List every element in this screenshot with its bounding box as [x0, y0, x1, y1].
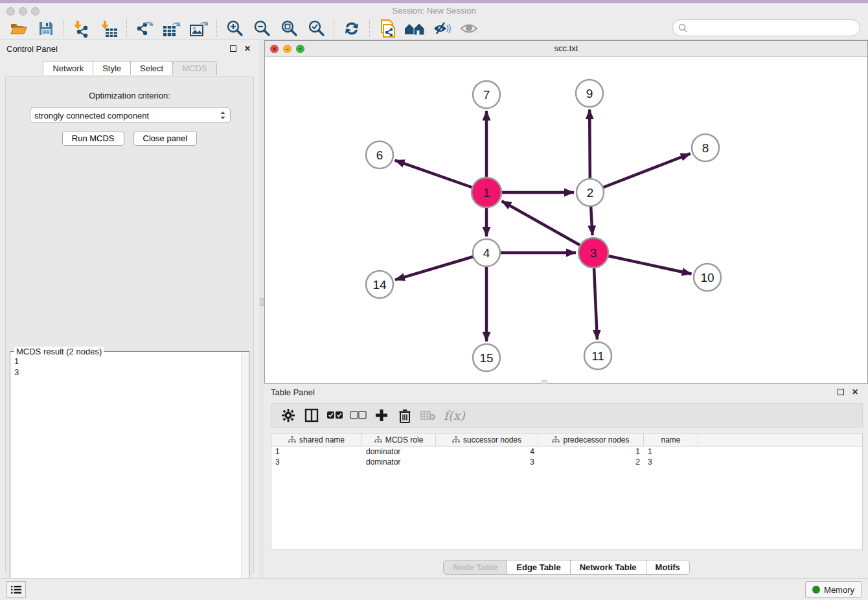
export-table-button[interactable] — [161, 19, 183, 38]
import-table-button[interactable] — [98, 19, 120, 38]
table-cell[interactable]: 2 — [538, 457, 644, 467]
criterion-dropdown-value: strongly connected component — [34, 111, 220, 121]
graph-node-7[interactable]: 7 — [473, 81, 500, 108]
add-column-button[interactable] — [370, 406, 393, 425]
toolbar-separator — [126, 20, 127, 37]
function-builder-button: f(x) — [444, 408, 465, 422]
table-cell[interactable]: 1 — [644, 446, 698, 457]
import-network-button[interactable] — [71, 19, 93, 38]
table-cell[interactable]: dominator — [362, 457, 436, 467]
network-window-titlebar[interactable]: ✕ − + scc.txt — [265, 41, 867, 57]
column-settings-button[interactable] — [277, 406, 300, 425]
eye-slash-icon — [432, 21, 451, 36]
split-view-button[interactable] — [300, 406, 323, 425]
table-cell[interactable]: dominator — [362, 446, 436, 457]
graph-node-6[interactable]: 6 — [366, 141, 393, 168]
zoom-in-icon — [225, 19, 244, 38]
close-panel-icon[interactable]: ✕ — [242, 43, 253, 54]
node-label: 4 — [483, 246, 490, 260]
open-file-button[interactable] — [8, 19, 30, 38]
column-header-MCDS-role[interactable]: MCDS role — [362, 433, 436, 446]
table-row[interactable]: 1dominator411 — [271, 446, 862, 457]
table-cell[interactable]: 1 — [271, 446, 362, 457]
table-cell[interactable]: 1 — [538, 446, 644, 457]
node-label: 10 — [700, 271, 714, 284]
refresh-button[interactable] — [341, 19, 363, 38]
node-label: 3 — [590, 246, 597, 260]
float-panel-icon[interactable] — [228, 43, 238, 54]
export-image-button[interactable] — [188, 19, 210, 38]
graph-node-2[interactable]: 2 — [577, 179, 604, 206]
close-panel-button[interactable]: Close panel — [133, 131, 198, 146]
zoom-selected-button[interactable] — [305, 19, 327, 38]
shared-column-icon — [552, 436, 560, 443]
deselect-all-columns-button[interactable] — [347, 406, 370, 425]
table-cell[interactable]: 3 — [436, 457, 538, 467]
tab-network-table[interactable]: Network Table — [570, 560, 646, 575]
tab-network[interactable]: Network — [43, 61, 93, 75]
graph-node-1[interactable]: 1 — [472, 178, 501, 207]
result-scrollbar[interactable] — [241, 352, 248, 597]
save-session-button[interactable] — [35, 19, 57, 38]
memory-label: Memory — [824, 585, 854, 595]
clone-network-button[interactable] — [376, 19, 398, 38]
delete-column-button[interactable] — [393, 406, 417, 425]
tab-edge-table[interactable]: Edge Table — [507, 560, 570, 575]
show-all-button[interactable] — [458, 19, 480, 38]
column-header-successor-nodes[interactable]: successor nodes — [436, 433, 538, 446]
network-canvas[interactable]: 7968124314101511 — [265, 57, 867, 383]
eye-icon — [459, 21, 479, 36]
graph-node-9[interactable]: 9 — [576, 80, 603, 107]
tab-style[interactable]: Style — [93, 61, 131, 75]
graph-node-14[interactable]: 14 — [366, 271, 393, 298]
table-cell[interactable]: 4 — [436, 446, 538, 457]
panel-divider[interactable] — [259, 40, 264, 578]
graph-node-3[interactable]: 3 — [578, 238, 608, 268]
table-toolbar: f(x) — [271, 403, 863, 428]
graph-node-15[interactable]: 15 — [473, 344, 500, 371]
float-table-panel-icon[interactable] — [836, 387, 846, 397]
first-neighbors-button[interactable] — [404, 19, 426, 38]
close-table-panel-icon[interactable]: ✕ — [850, 387, 860, 397]
global-search-field[interactable] — [672, 19, 860, 36]
column-header-predecessor-nodes[interactable]: predecessor nodes — [538, 433, 644, 446]
column-header-label: predecessor nodes — [563, 435, 629, 444]
graph-node-11[interactable]: 11 — [584, 342, 611, 369]
node-label: 14 — [372, 278, 387, 292]
table-cell[interactable]: 3 — [271, 457, 362, 467]
tab-select[interactable]: Select — [130, 61, 173, 75]
task-history-button[interactable] — [6, 581, 26, 598]
search-input[interactable] — [688, 21, 860, 34]
export-network-button[interactable] — [133, 19, 155, 38]
graph-node-4[interactable]: 4 — [473, 239, 500, 266]
graph-node-10[interactable]: 10 — [694, 264, 721, 291]
node-table[interactable]: shared nameMCDS rolesuccessor nodesprede… — [271, 433, 863, 550]
graph-node-8[interactable]: 8 — [692, 134, 719, 161]
column-header-name[interactable]: name — [644, 433, 698, 446]
tab-mcds[interactable]: MCDS — [172, 61, 216, 75]
status-bar: Memory — [0, 578, 868, 600]
tab-node-table[interactable]: Node Table — [443, 560, 507, 575]
table-cell[interactable]: 3 — [644, 457, 698, 467]
divider-grip[interactable] — [260, 298, 264, 306]
memory-button[interactable]: Memory — [805, 581, 862, 598]
zoom-in-button[interactable] — [223, 19, 246, 38]
run-mcds-button[interactable]: Run MCDS — [62, 131, 124, 146]
optimization-criterion-label: Optimization criterion: — [6, 91, 253, 100]
criterion-dropdown[interactable]: strongly connected component — [30, 108, 231, 123]
tab-motifs[interactable]: Motifs — [646, 560, 690, 575]
shared-column-icon — [374, 436, 382, 443]
zoom-fit-button[interactable] — [278, 19, 300, 38]
table-row[interactable]: 3dominator323 — [271, 457, 862, 467]
dropdown-stepper-icon — [220, 110, 226, 121]
edge-3-1[interactable] — [502, 201, 593, 253]
select-all-columns-button[interactable] — [323, 406, 347, 425]
column-header-shared-name[interactable]: shared name — [271, 433, 362, 446]
main-toolbar — [0, 17, 868, 40]
edge-2-8[interactable] — [590, 154, 691, 192]
network-view-window: ✕ − + scc.txt 7968124314101511 — [264, 40, 868, 384]
trash-icon — [398, 408, 411, 423]
hide-selected-button[interactable] — [431, 19, 453, 38]
zoom-out-button[interactable] — [251, 19, 273, 38]
refresh-icon — [343, 20, 360, 37]
